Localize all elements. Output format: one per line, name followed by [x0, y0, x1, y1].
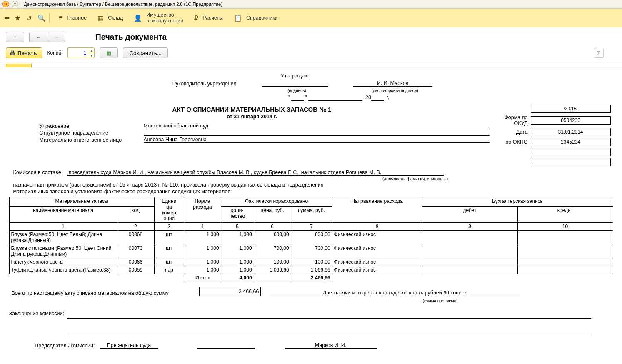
col-name: наименование материала — [9, 207, 117, 223]
col-qty: коли- чество — [221, 207, 254, 223]
grand-words: Две тысячи четыреста шестьдесят шесть ру… — [270, 290, 520, 296]
order-line2: материальных запасов и установила фактич… — [13, 189, 613, 194]
table-row: Блузка с погонами (Размер:50; Цвет:Синий… — [9, 244, 613, 258]
okud-value: 0504230 — [531, 117, 610, 125]
home-button[interactable]: ⌂ — [6, 32, 24, 42]
apps-icon[interactable]: ▪▪▪ — [4, 14, 9, 22]
copies-spinner[interactable]: ▲ ▼ — [67, 47, 95, 58]
list-icon: ≡ — [59, 14, 62, 22]
head-label: Руководитель учреждения — [10, 80, 238, 87]
print-button[interactable]: 🖶 Печать — [6, 47, 42, 58]
org-value: Московский областной суд — [144, 123, 490, 129]
okpo-value: 2345234 — [531, 138, 610, 146]
grand-number: 2 466,66 — [199, 287, 261, 296]
col-credit: кредит — [517, 207, 613, 223]
table-row: Галстук черного цвета00066шт1,0001,00010… — [9, 258, 613, 266]
forward-button[interactable]: → — [47, 32, 65, 42]
nav-ref-label: Справочники — [246, 15, 278, 21]
favorites-icon[interactable]: ★ — [15, 14, 20, 22]
chair-name: Марков И. И. — [285, 342, 377, 349]
org-label: Учреждение — [40, 123, 140, 129]
signatures: Председатель комиссии: Преседатель суда … — [9, 342, 613, 349]
nav-tool-group: ▪▪▪ ★ ↺ 🔍 — [2, 13, 50, 23]
table-row: Туфли кожаные черного цвета (Размер:38)0… — [9, 266, 613, 274]
separator — [21, 1, 21, 7]
print-button-label: Печать — [17, 50, 37, 56]
items-table: Материальные запасы Едини ца измер ения … — [9, 197, 613, 282]
grand-label: Всего по настоящему акту списано материа… — [10, 286, 197, 297]
approve-title: Утверждаю — [239, 72, 351, 79]
document-tab-1[interactable] — [6, 64, 32, 67]
back-button[interactable]: ← — [29, 32, 47, 42]
logo-1c-icon: 1c — [2, 1, 9, 7]
grand-total-line: Всего по настоящему акту списано материа… — [9, 285, 613, 305]
total-label: Итого — [184, 274, 221, 282]
window-title: Демонстрационная база / Бухгалтер / Веще… — [24, 2, 222, 7]
print-document: Утверждаю Руководитель учреждения И. И. … — [9, 72, 613, 349]
form-date: от 31 января 2014 г. — [10, 114, 494, 122]
col-sum: сумма, руб. — [291, 207, 332, 223]
commission-value: преседатель суда Марков И. И., начальник… — [67, 170, 444, 176]
spinner-down-icon[interactable]: ▼ — [88, 53, 94, 58]
decipher-subscript: (расшифровка подписи) — [352, 88, 438, 93]
currency-icon: ₽ — [194, 14, 198, 22]
nav-main-label: Главное — [67, 15, 87, 21]
col-debit: дебет — [422, 207, 517, 223]
copies-label: Копий: — [47, 50, 63, 56]
sign-subscript: (подпись) — [260, 88, 334, 93]
nav-history-group: ← → — [29, 32, 65, 42]
grid-icon: ▦ — [97, 14, 104, 22]
resp-value: Аносова Нина Георгиевна — [144, 137, 490, 143]
nav-calc[interactable]: ₽ Расчеты — [192, 12, 225, 24]
nav-calc-label: Расчеты — [202, 15, 223, 21]
dept-label: Структурное подразделение — [40, 130, 140, 136]
order-line1: назначенная приказом (распоряжением) от … — [13, 182, 613, 188]
search-icon[interactable]: 🔍 — [37, 14, 46, 22]
okpo-label: по ОКПО — [496, 137, 530, 147]
total-sum: 2 466,66 — [291, 274, 332, 282]
spinner-up-icon[interactable]: ▲ — [88, 48, 94, 53]
col-mat: Материальные запасы — [9, 197, 154, 207]
commission-subscript: (должность, фамилия, инициалы) — [217, 177, 613, 181]
page-title: Печать документа — [95, 32, 167, 42]
head-name: И. И. Марков — [353, 80, 432, 87]
conclusion-label: Заключение комиссии: — [9, 311, 64, 317]
approve-block: Утверждаю Руководитель учреждения И. И. … — [9, 72, 613, 102]
person-icon: 👤 — [134, 14, 142, 22]
nav-warehouse-label: Склад — [108, 15, 123, 21]
commission-label: Комиссия в составе — [13, 170, 61, 175]
page-header: ⌂ ← → Печать документа — [0, 27, 622, 45]
chair-label: Председатель комиссии: — [9, 342, 97, 349]
nav-warehouse[interactable]: ▦ Склад — [96, 12, 125, 24]
preview-button[interactable]: ▦ — [100, 47, 118, 58]
book-icon: 📋 — [234, 14, 242, 22]
form-title: АКТ О СПИСАНИИ МАТЕРИАЛЬНЫХ ЗАПАСОВ № 1 — [10, 103, 494, 114]
resp-label: Материально ответственное лицо — [40, 137, 140, 143]
grand-subscript: (сумма прописью) — [268, 298, 612, 304]
document-tabs — [0, 62, 622, 69]
sum-button[interactable]: Σ — [594, 48, 604, 58]
dept-value — [144, 135, 490, 136]
col-norm: Норма расхода — [184, 197, 221, 223]
history-icon[interactable]: ↺ — [26, 14, 32, 22]
copies-input[interactable] — [68, 50, 88, 56]
col-dir: Направление расхода — [332, 197, 422, 223]
col-spent: Фактически израсходовано — [221, 197, 332, 207]
window-menu-button[interactable]: ▾ — [12, 1, 18, 7]
table-row: Блузка (Размер:50; Цвет:Белый; Длина рук… — [9, 231, 613, 244]
total-qty: 4,000 — [221, 274, 254, 282]
nav-ref[interactable]: 📋 Справочники — [232, 12, 280, 24]
date-code-value: 31.01.2014 — [531, 128, 610, 136]
navigation-bar: ▪▪▪ ★ ↺ 🔍 ≡ Главное ▦ Склад 👤 Имуществов… — [0, 9, 622, 27]
nav-main[interactable]: ≡ Главное — [57, 12, 88, 23]
codes-header: КОДЫ — [531, 105, 610, 113]
save-button[interactable]: Сохранить... — [123, 47, 167, 58]
date-code-label: Дата — [496, 127, 530, 137]
nav-assets-label: Имуществов эксплуатации — [146, 12, 183, 24]
document-viewport[interactable]: Утверждаю Руководитель учреждения И. И. … — [0, 69, 622, 359]
chair-post: Преседатель суда — [100, 342, 158, 349]
okud-label: Форма по ОКУД — [496, 114, 530, 127]
col-acc: Бухгалтерская запись — [422, 197, 613, 207]
nav-assets[interactable]: 👤 Имуществов эксплуатации — [132, 10, 185, 25]
printer-icon: 🖶 — [10, 50, 15, 56]
